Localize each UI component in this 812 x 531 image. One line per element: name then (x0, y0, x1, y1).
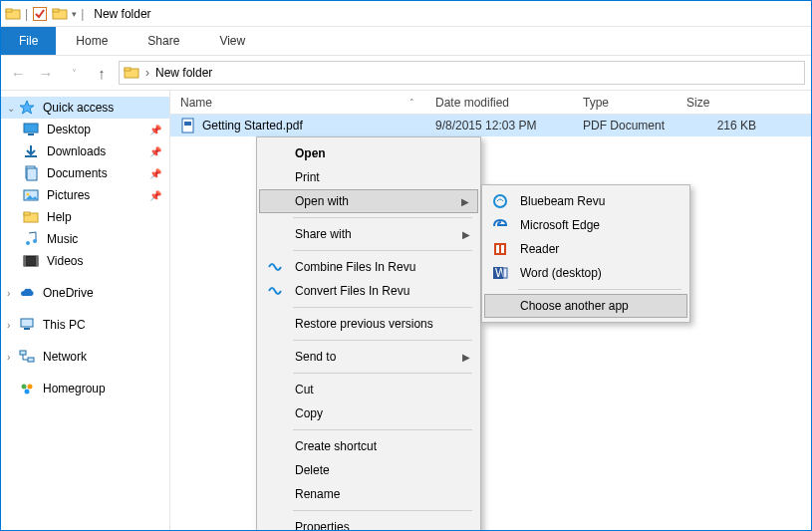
ctx-open[interactable]: Open (259, 141, 478, 165)
window-title: New folder (94, 7, 150, 21)
svg-point-18 (33, 239, 37, 243)
sidebar-item-pictures[interactable]: Pictures 📌 (1, 184, 169, 206)
sidebar-item-label: Desktop (47, 123, 91, 136)
ctx-combine-revu[interactable]: Combine Files In Revu (259, 255, 478, 279)
ctx-shortcut[interactable]: Create shortcut (259, 434, 478, 458)
nav-forward[interactable]: → (35, 65, 57, 82)
column-type[interactable]: Type (573, 92, 677, 114)
sidebar-item-label: Help (47, 210, 72, 224)
sidebar-network[interactable]: › Network (1, 346, 169, 368)
videos-icon (23, 253, 39, 269)
nav-pane: ⌄ Quick access Desktop 📌 Downloads 📌 Doc… (1, 91, 170, 530)
ctx-open-with[interactable]: Open with▶ (259, 189, 478, 213)
word-icon: W (492, 265, 510, 281)
svg-rect-32 (494, 243, 506, 255)
chevron-right-icon: ▶ (461, 196, 469, 207)
chevron-right-icon[interactable]: › (145, 66, 149, 80)
svg-rect-10 (25, 155, 37, 157)
sort-asc-icon: ˄ (409, 98, 414, 108)
reader-icon (492, 241, 510, 257)
openwith-bluebeam[interactable]: Bluebeam Revu (484, 189, 687, 213)
tab-file[interactable]: File (1, 27, 56, 55)
svg-rect-9 (28, 133, 34, 135)
sidebar-item-label: Music (47, 232, 78, 246)
revu-icon (267, 283, 285, 299)
breadcrumb[interactable]: › New folder (119, 61, 805, 85)
openwith-edge[interactable]: Microsoft Edge (484, 213, 687, 237)
ctx-rename[interactable]: Rename (259, 482, 478, 506)
openwith-choose[interactable]: Choose another app (484, 294, 687, 318)
qat-check-icon[interactable] (32, 6, 48, 22)
ctx-print[interactable]: Print (259, 165, 478, 189)
svg-rect-21 (36, 256, 38, 266)
pin-icon: 📌 (149, 168, 161, 179)
column-size[interactable]: Size (677, 92, 766, 114)
folder-icon (5, 6, 21, 22)
ctx-send-to[interactable]: Send to▶ (259, 345, 478, 369)
nav-up[interactable]: ↑ (91, 65, 113, 82)
folder-icon (23, 209, 39, 225)
chevron-right-icon[interactable]: › (7, 288, 10, 299)
sidebar-item-label: Pictures (47, 188, 90, 202)
column-name[interactable]: Name˄ (170, 92, 425, 114)
svg-rect-1 (6, 9, 12, 12)
chevron-down-icon[interactable]: ⌄ (7, 103, 15, 114)
homegroup-icon (19, 381, 35, 397)
ctx-restore[interactable]: Restore previous versions (259, 312, 478, 336)
ribbon-tabs: File Home Share View (1, 27, 811, 55)
ctx-properties[interactable]: Properties (259, 515, 478, 531)
breadcrumb-location[interactable]: New folder (155, 66, 212, 80)
sidebar-item-documents[interactable]: Documents 📌 (1, 162, 169, 184)
chevron-right-icon[interactable]: › (7, 352, 10, 363)
file-row[interactable]: Getting Started.pdf 9/8/2015 12:03 PM PD… (170, 115, 811, 136)
svg-point-26 (22, 385, 27, 390)
ctx-share-with[interactable]: Share with▶ (259, 222, 478, 246)
onedrive-icon (19, 285, 35, 301)
context-menu: Open Print Open with▶ Share with▶ Combin… (256, 136, 481, 531)
sidebar-onedrive[interactable]: › OneDrive (1, 282, 169, 304)
nav-back[interactable]: ← (7, 65, 29, 82)
column-date[interactable]: Date modified (425, 92, 573, 114)
ctx-delete[interactable]: Delete (259, 458, 478, 482)
sidebar-item-label: OneDrive (43, 286, 94, 300)
sidebar-item-help[interactable]: Help (1, 206, 169, 228)
open-with-submenu: Bluebeam Revu Microsoft Edge Reader WWor… (481, 184, 690, 323)
sidebar-quick-access[interactable]: ⌄ Quick access (1, 97, 169, 119)
svg-rect-25 (28, 358, 34, 362)
sidebar-item-downloads[interactable]: Downloads 📌 (1, 140, 169, 162)
svg-rect-4 (53, 9, 59, 12)
file-size: 216 KB (677, 119, 766, 133)
svg-point-17 (26, 241, 30, 245)
openwith-reader[interactable]: Reader (484, 237, 687, 261)
qat-dropdown-icon[interactable]: ▾ (72, 9, 77, 19)
svg-point-14 (27, 193, 30, 196)
ctx-copy[interactable]: Copy (259, 401, 478, 425)
openwith-word[interactable]: WWord (desktop) (484, 261, 687, 285)
pictures-icon (23, 187, 39, 203)
svg-point-28 (25, 390, 30, 395)
ctx-convert-revu[interactable]: Convert Files In Revu (259, 279, 478, 303)
file-type: PDF Document (573, 119, 677, 133)
sidebar-item-music[interactable]: Music (1, 228, 169, 250)
sidebar-homegroup[interactable]: Homegroup (1, 378, 169, 399)
tab-share[interactable]: Share (128, 28, 199, 54)
ctx-cut[interactable]: Cut (259, 378, 478, 401)
sidebar-thispc[interactable]: › This PC (1, 314, 169, 336)
documents-icon (23, 165, 39, 181)
tab-view[interactable]: View (199, 28, 265, 54)
chevron-right-icon[interactable]: › (7, 320, 10, 331)
svg-rect-37 (503, 268, 507, 278)
pin-icon: 📌 (149, 190, 161, 201)
svg-rect-23 (24, 328, 30, 330)
nav-recent-dropdown[interactable]: ˅ (63, 68, 85, 79)
music-icon (23, 231, 39, 247)
sidebar-item-label: Quick access (43, 101, 114, 115)
star-icon (19, 100, 35, 116)
tab-home[interactable]: Home (56, 28, 128, 54)
chevron-right-icon: ▶ (462, 352, 470, 363)
svg-rect-22 (21, 319, 33, 327)
thispc-icon (19, 317, 35, 333)
sidebar-item-desktop[interactable]: Desktop 📌 (1, 119, 169, 140)
sidebar-item-videos[interactable]: Videos (1, 250, 169, 272)
revu-icon (267, 259, 285, 275)
